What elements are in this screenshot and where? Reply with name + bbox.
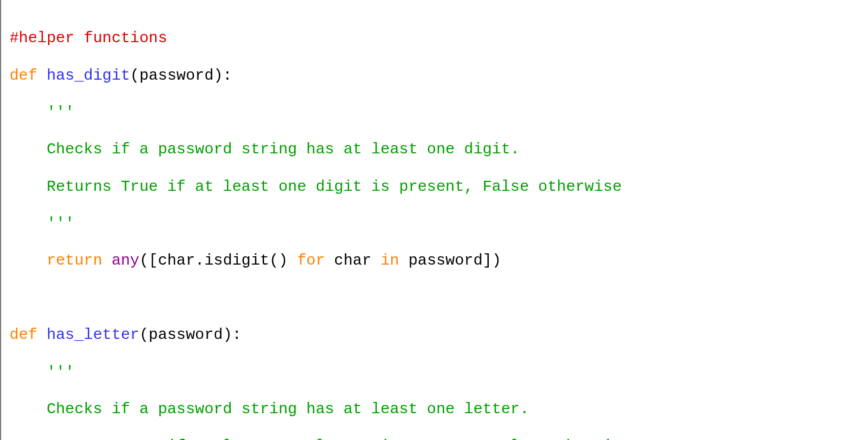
code-line: ''' [10, 103, 868, 122]
keyword-for: for [297, 252, 325, 269]
function-params: (password): [130, 67, 232, 84]
code-text: password]) [399, 252, 501, 269]
blank-line [10, 289, 868, 307]
function-params: (password): [139, 326, 241, 344]
function-name: has_letter [37, 326, 140, 344]
code-editor-content: #helper functions def has_digit(password… [0, 0, 868, 440]
keyword-in: in [380, 252, 399, 269]
code-line: ''' [10, 363, 868, 382]
comment-text: #helper functions [10, 29, 167, 47]
docstring-line: Returns True if at least one digit is pr… [10, 178, 622, 196]
code-line: Returns True if at least one digit is pr… [10, 178, 868, 196]
code-text: ([char.isdigit() [139, 252, 297, 269]
code-line: return any([char.isdigit() for char in p… [10, 252, 868, 270]
code-text: char [325, 252, 381, 269]
code-line: Returns True if at least one letter is p… [10, 437, 868, 440]
code-line: #helper functions [10, 29, 868, 48]
editor-left-border [0, 0, 1, 440]
code-line: Checks if a password string has at least… [10, 140, 868, 159]
code-text [102, 252, 112, 269]
docstring-delim: ''' [10, 215, 74, 232]
docstring-line: Checks if a password string has at least… [10, 400, 529, 418]
keyword-def: def [10, 67, 37, 84]
keyword-def: def [10, 326, 37, 344]
docstring-delim: ''' [10, 363, 74, 381]
code-line: def has_digit(password): [10, 67, 868, 85]
docstring-line: Returns True if at least one letter is p… [10, 437, 631, 440]
docstring-delim: ''' [10, 103, 74, 121]
keyword-return: return [10, 252, 102, 269]
code-line: ''' [10, 215, 868, 233]
code-line: Checks if a password string has at least… [10, 400, 868, 419]
function-name: has_digit [37, 67, 130, 84]
docstring-line: Checks if a password string has at least… [10, 140, 520, 158]
code-line: def has_letter(password): [10, 326, 868, 344]
builtin-any: any [112, 252, 140, 269]
